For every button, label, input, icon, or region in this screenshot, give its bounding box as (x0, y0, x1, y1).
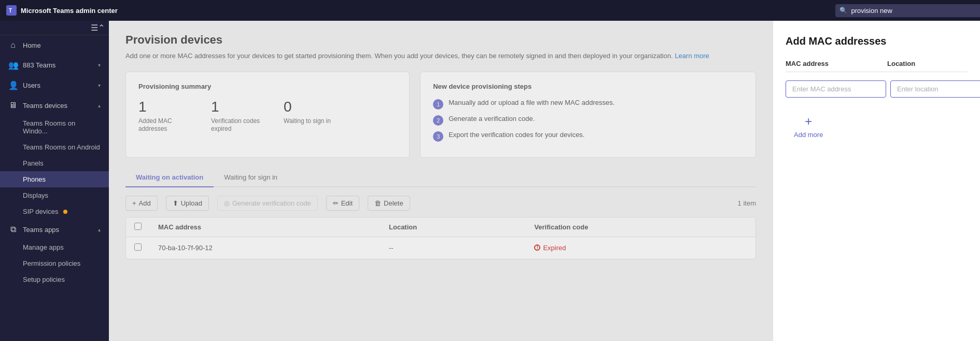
delete-label: Delete (384, 199, 403, 207)
location-cell: -- (381, 237, 526, 258)
add-more-button[interactable]: + Add more (786, 106, 831, 147)
summary-card-title: Provisioning summary (138, 83, 397, 90)
sidebar-sub-label: SIP devices (23, 208, 58, 215)
verification-header: Verification code (526, 217, 755, 237)
sidebar-item-label: 883 Teams (23, 61, 93, 69)
add-more-icon: + (805, 114, 812, 129)
sidebar-sub-label: Teams Rooms on Windo... (23, 119, 75, 135)
row-checkbox[interactable] (134, 243, 142, 251)
delete-button[interactable]: 🗑 Delete (368, 196, 410, 211)
users-icon: 👤 (8, 80, 18, 90)
sidebar-item-rooms-windows[interactable]: Teams Rooms on Windo... (0, 115, 109, 139)
sidebar-item-phones[interactable]: Phones (0, 171, 109, 187)
stat-expired-codes: 1 Verification codes expired (211, 99, 263, 133)
data-table: MAC address Location Verification code 7… (126, 217, 755, 259)
apps-icon: ⧉ (8, 225, 18, 234)
sidebar-item-teams-apps[interactable]: ⧉ Teams apps ▴ (0, 220, 109, 239)
stat-label: Waiting to sign in (284, 117, 331, 126)
item-count: 1 item (738, 199, 756, 207)
right-panel: Add MAC addresses MAC address Location +… (773, 21, 980, 341)
mac-table: MAC address Location Verification code 7… (125, 217, 756, 260)
chevron-down-icon: ▾ (98, 83, 101, 88)
step-3: 3 Export the verification codes for your… (433, 131, 743, 142)
tab-waiting-signin[interactable]: Waiting for sign in (214, 168, 288, 187)
sidebar-sub-label: Panels (23, 159, 44, 167)
sidebar-item-home[interactable]: ⌂ Home (0, 35, 109, 55)
steps-card: New device provisioning steps 1 Manually… (420, 72, 756, 158)
steps-card-title: New device provisioning steps (433, 83, 743, 90)
sidebar-sub-label: Permission policies (23, 260, 80, 267)
search-icon: 🔍 (839, 7, 847, 14)
page-description: Add one or more MAC addresses for your d… (125, 51, 756, 61)
sidebar-item-label: Teams apps (23, 226, 93, 234)
search-input[interactable] (835, 4, 980, 17)
learn-more-link[interactable]: Learn more (675, 52, 709, 60)
upload-button[interactable]: ⬆ Upload (166, 196, 209, 211)
stat-number: 1 (138, 99, 190, 115)
sidebar-collapse-btn[interactable]: ☰ ⌃ (0, 21, 109, 35)
collapse-button[interactable]: ☰ (91, 23, 98, 33)
tab-waiting-activation[interactable]: Waiting on activation (125, 168, 214, 187)
app-title: Microsoft Teams admin center (21, 7, 118, 15)
mac-address-cell: 70-ba-10-7f-90-12 (150, 237, 381, 258)
sidebar-item-teams-devices[interactable]: 🖥 Teams devices ▴ (0, 96, 109, 115)
panel-column-headers: MAC address Location (786, 60, 968, 72)
expired-icon: ! (534, 244, 540, 251)
home-icon: ⌂ (8, 40, 18, 50)
chevron-down-icon: ▾ (98, 62, 101, 68)
location-col-header: Location (887, 60, 915, 67)
chevron-up-icon: ▴ (98, 103, 101, 108)
stat-waiting-signin: 0 Waiting to sign in (284, 99, 331, 133)
sidebar-item-label: Users (23, 81, 93, 89)
sidebar-item-manage-apps[interactable]: Manage apps (0, 239, 109, 255)
sidebar-item-panels[interactable]: Panels (0, 155, 109, 171)
panel-title: Add MAC addresses (786, 35, 968, 47)
add-icon: + (132, 199, 136, 207)
stat-added-mac: 1 Added MAC addresses (138, 99, 190, 133)
step-2: 2 Generate a verification code. (433, 115, 743, 126)
stat-label: Verification codes expired (211, 117, 263, 133)
expand-button[interactable]: ⌃ (98, 23, 105, 33)
sidebar-item-users[interactable]: 👤 Users ▾ (0, 75, 109, 96)
select-all-checkbox[interactable] (134, 223, 142, 230)
add-button[interactable]: + Add (125, 196, 158, 211)
sidebar-sub-label: Displays (23, 192, 48, 199)
svg-text:T: T (9, 8, 12, 13)
add-label: Add (139, 199, 151, 207)
location-input[interactable] (890, 80, 980, 98)
search-bar: 🔍 ✕ (835, 4, 980, 17)
step-number-3: 3 (433, 131, 443, 142)
sidebar-item-teams[interactable]: 👥 883 Teams ▾ (0, 55, 109, 75)
delete-icon: 🗑 (374, 199, 381, 207)
mac-input-row (786, 80, 968, 98)
sidebar-sub-label: Phones (23, 175, 46, 183)
step-2-text: Generate a verification code. (449, 115, 535, 122)
sidebar-item-setup-policies[interactable]: Setup policies (0, 271, 109, 288)
location-header: Location (381, 217, 526, 237)
step-1: 1 Manually add or upload a file with new… (433, 99, 743, 110)
sidebar-item-rooms-android[interactable]: Teams Rooms on Android (0, 139, 109, 155)
upload-label: Upload (181, 199, 202, 207)
sidebar-item-displays[interactable]: Displays (0, 187, 109, 203)
stat-label: Added MAC addresses (138, 117, 190, 133)
notification-badge (63, 210, 67, 214)
stat-number: 1 (211, 99, 263, 115)
step-number-1: 1 (433, 99, 443, 110)
description-text: Add one or more MAC addresses for your d… (125, 52, 675, 60)
mac-col-header: MAC address (786, 60, 879, 67)
sidebar-item-permission-policies[interactable]: Permission policies (0, 255, 109, 271)
sidebar-sub-label: Setup policies (23, 276, 65, 283)
generate-verification-button[interactable]: ◎ Generate verification code (217, 196, 318, 211)
summary-row: Provisioning summary 1 Added MAC address… (125, 72, 756, 158)
topbar: T Microsoft Teams admin center 🔍 ✕ (0, 0, 980, 21)
mac-address-input[interactable] (786, 80, 886, 98)
table-row: 70-ba-10-7f-90-12 -- ! Expired (126, 237, 755, 258)
add-more-label: Add more (794, 131, 823, 139)
generate-icon: ◎ (224, 199, 230, 207)
generate-label: Generate verification code (232, 199, 311, 207)
sidebar-item-label: Teams devices (23, 102, 93, 110)
sidebar-item-sip-devices[interactable]: SIP devices (0, 203, 109, 220)
verification-cell: ! Expired (526, 237, 755, 258)
edit-button[interactable]: ✏ Edit (326, 196, 359, 211)
sidebar-item-label: Home (23, 42, 101, 49)
